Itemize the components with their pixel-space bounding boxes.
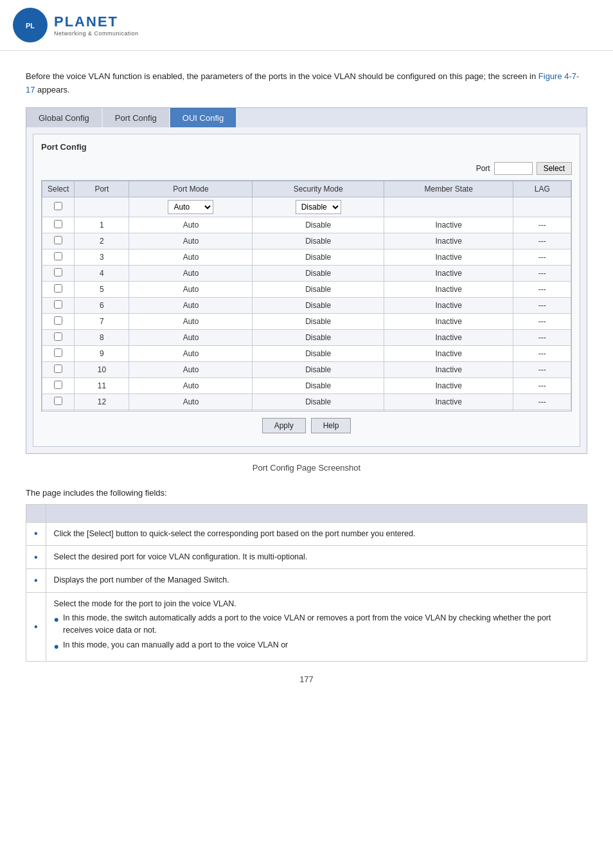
tab-oui-config[interactable]: OUI Config [170,108,236,127]
cell-member-state: Inactive [384,345,513,361]
header: PL PLANET Networking & Communication [0,0,613,51]
cell-member-state: Inactive [384,313,513,329]
page-number: 177 [0,674,613,684]
table-row: 4AutoDisableInactive--- [42,265,571,281]
description-cell: Click the [Select] button to quick-selec… [46,522,587,545]
cell-port: 4 [75,265,129,281]
description-cell: Select the mode for the port to join the… [46,592,587,661]
apply-button[interactable]: Apply [262,418,306,433]
row-checkbox[interactable] [54,284,62,293]
cell-lag: --- [513,393,571,410]
col-header-member-state: Member State [384,181,513,197]
row-checkbox[interactable] [54,332,62,341]
cell-member-state: Inactive [384,233,513,249]
list-item: •Click the [Select] button to quick-sele… [26,522,587,545]
row-checkbox[interactable] [54,220,62,228]
cell-port-mode: Auto [129,345,253,361]
table-row: 9AutoDisableInactive--- [42,345,571,361]
col-header-port-mode: Port Mode [129,181,253,197]
table-row: 7AutoDisableInactive--- [42,313,571,329]
row-checkbox[interactable] [54,348,62,357]
cell-port: 1 [75,217,129,233]
row-checkbox[interactable] [54,236,62,244]
row-checkbox[interactable] [54,365,62,373]
security-mode-select-all[interactable]: Disable Enable [296,200,341,214]
col-header-port: Port [75,181,129,197]
cell-security-mode: Disable [253,410,384,411]
cell-lag: --- [513,249,571,265]
help-button[interactable]: Help [311,418,351,433]
cell-member-state: Inactive [384,329,513,345]
tab-port-config[interactable]: Port Config [103,108,169,127]
list-item: •Select the desired port for voice VLAN … [26,545,587,568]
cell-lag: --- [513,297,571,313]
port-input[interactable] [494,162,533,175]
select-button[interactable]: Select [537,162,572,175]
bullet-cell: • [26,545,46,568]
port-mode-select-all[interactable]: Auto Manual Disable [168,200,213,214]
cell-port-mode: Auto [129,393,253,410]
cell-lag: --- [513,345,571,361]
cell-lag: --- [513,410,571,411]
logo-text: PLANET Networking & Communication [54,14,139,37]
cell-port-mode: Auto [129,297,253,313]
table-row: 8AutoDisableInactive--- [42,329,571,345]
cell-member-state: Inactive [384,377,513,393]
cell-port-mode: Auto [129,410,253,411]
port-label: Port [476,164,490,173]
cell-port: 11 [75,377,129,393]
description-cell [46,504,587,522]
port-select-row: Port Select [41,162,572,175]
cell-port-mode: Auto [129,265,253,281]
intro-text-after: appears. [35,85,69,95]
cell-security-mode: Disable [253,233,384,249]
cell-member-state: Inactive [384,393,513,410]
tab-global-config[interactable]: Global Config [26,108,102,127]
cell-port: 6 [75,297,129,313]
cell-port-mode: Auto [129,281,253,297]
row-checkbox[interactable] [54,268,62,276]
cell-port-mode: Auto [129,249,253,265]
cell-port: 10 [75,361,129,377]
cell-lag: --- [513,233,571,249]
row-checkbox[interactable] [54,300,62,309]
row-checkbox[interactable] [54,397,62,405]
cell-member-state: Inactive [384,249,513,265]
cell-security-mode: Disable [253,249,384,265]
row-checkbox[interactable] [54,252,62,260]
col-header-select: Select [42,181,75,197]
brand-name: PLANET [54,14,139,30]
cell-member-state: Inactive [384,265,513,281]
sub-bullet-item: ●In this mode, the switch automatically … [54,612,579,637]
cell-security-mode: Disable [253,297,384,313]
svg-text:PL: PL [26,22,35,30]
col-header-security-mode: Security Mode [253,181,384,197]
table-row: 10AutoDisableInactive--- [42,361,571,377]
row-checkbox[interactable] [54,316,62,325]
table-scroll-container[interactable]: Select Port Port Mode Security Mode Memb… [41,180,572,411]
col-header-lag: LAG [513,181,571,197]
cell-port-mode: Auto [129,377,253,393]
cell-lag: --- [513,281,571,297]
logo-icon: PL [13,8,48,42]
cell-member-state: Inactive [384,410,513,411]
cell-security-mode: Disable [253,265,384,281]
cell-port-mode: Auto [129,313,253,329]
cell-security-mode: Disable [253,377,384,393]
cell-member-state: Inactive [384,297,513,313]
row-checkbox[interactable] [54,381,62,389]
action-row: Apply Help [41,418,572,439]
cell-member-state: Inactive [384,361,513,377]
cell-security-mode: Disable [253,329,384,345]
cell-security-mode: Disable [253,217,384,233]
intro-text-before: Before the voice VLAN function is enable… [26,71,538,81]
cell-port-mode: Auto [129,217,253,233]
cell-port: 5 [75,281,129,297]
select-all-checkbox[interactable] [54,202,62,210]
table-row: 13AutoDisableInactive--- [42,410,571,411]
cell-security-mode: Disable [253,361,384,377]
cell-port-mode: Auto [129,233,253,249]
caption: Port Config Page Screenshot [0,463,613,473]
cell-member-state: Inactive [384,281,513,297]
cell-lag: --- [513,329,571,345]
